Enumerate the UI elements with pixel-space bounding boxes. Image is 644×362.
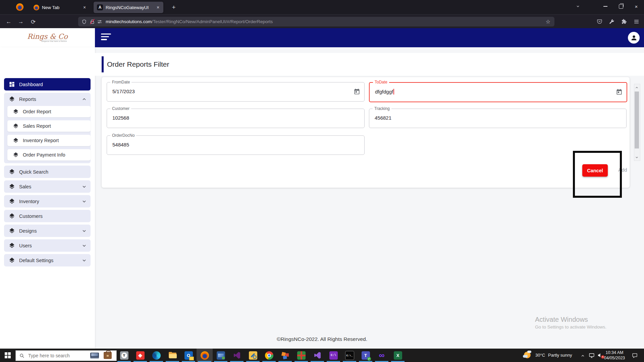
layers-icon — [13, 123, 19, 129]
tray-weather-text[interactable]: Partly sunny — [548, 353, 572, 358]
extensions-puzzle-icon[interactable] — [621, 19, 627, 24]
taskbar-app-clock[interactable]: Y — [116, 349, 132, 362]
tab-close-icon[interactable]: × — [81, 4, 88, 11]
sidebar-item-inventory[interactable]: Inventory — [4, 195, 91, 207]
taskbar-app-sdk-tool[interactable] — [245, 349, 261, 362]
app-menu-icon[interactable] — [634, 19, 639, 24]
tracking-field[interactable]: Tracking 456821 — [369, 109, 627, 128]
taskbar-app-teams[interactable]: T✓ — [358, 349, 374, 362]
taskbar-app-chrome[interactable] — [261, 349, 277, 362]
calendar-icon[interactable] — [616, 88, 623, 95]
tab-close-icon[interactable]: × — [155, 4, 161, 11]
taskbar-app-remote-desktop[interactable] — [213, 349, 229, 362]
tab-list-chevron-icon[interactable] — [570, 0, 586, 13]
tab-ringsnco[interactable]: A RingsNCoGatewayUI × — [94, 2, 163, 13]
start-button[interactable] — [0, 349, 15, 362]
sidebar-item-order-payment-info[interactable]: Order Payment Info — [7, 149, 91, 161]
sidebar: Dashboard Reports Order Report Sales Rep… — [0, 47, 95, 349]
calendar-icon[interactable] — [354, 88, 360, 95]
vertical-scrollbar[interactable] — [634, 84, 640, 161]
taskbar-app-visual-studio-2019[interactable] — [309, 349, 325, 362]
scrollbar-thumb[interactable] — [635, 92, 639, 148]
taskbar-app-powershell[interactable]: C:\ — [325, 349, 341, 362]
scroll-down-icon[interactable] — [634, 154, 639, 161]
permissions-sliders-icon[interactable] — [97, 19, 102, 24]
sidebar-item-users[interactable]: Users — [4, 239, 91, 252]
url-domain: mindtechsolutions.com — [106, 19, 152, 24]
text-caret — [393, 89, 394, 95]
taskbar-app-file-explorer[interactable] — [164, 349, 180, 362]
url-bar[interactable]: mindtechsolutions.com/Tester/RingNCo/New… — [78, 17, 554, 26]
chevron-down-icon — [81, 243, 87, 249]
brand-tagline: Elegance that lasts a lifetime — [42, 40, 67, 42]
todate-value: dfgfdggf — [375, 89, 393, 95]
todate-field[interactable]: ToDate dfgfdggf — [369, 82, 627, 102]
back-button[interactable]: ← — [4, 17, 13, 26]
taskbar-app-firefox[interactable] — [197, 349, 213, 362]
sidebar-item-default-settings[interactable]: Default Settings — [4, 254, 91, 266]
pocket-icon[interactable] — [597, 19, 602, 24]
tracking-protection-shield-icon[interactable] — [82, 19, 87, 24]
reload-button[interactable]: ⟳ — [29, 17, 38, 26]
taskbar-app-quick-assist[interactable]: ◈ — [132, 349, 148, 362]
chevron-down-icon — [81, 257, 87, 263]
taskbar-search[interactable] — [15, 350, 117, 361]
sidebar-item-reports[interactable]: Reports — [4, 93, 91, 105]
search-input[interactable] — [28, 353, 79, 359]
taskbar-app-command-prompt[interactable]: C:\_ — [341, 349, 358, 362]
browser-toolbar: ← → ⟳ mindtechsolutions.com/Tester/RingN… — [0, 14, 644, 28]
sidebar-item-quick-search[interactable]: Quick Search — [4, 166, 91, 178]
web-page: Rings & Co Elegance that lasts a lifetim… — [0, 28, 644, 349]
taskbar-app-dev-blocks[interactable] — [277, 349, 293, 362]
tray-temperature[interactable]: 30°C — [535, 353, 545, 358]
layers-icon — [9, 169, 15, 175]
firefox-tab-icon — [34, 5, 39, 10]
firefox-view-icon[interactable] — [16, 3, 23, 11]
hamburger-menu-icon[interactable] — [101, 34, 112, 42]
system-tray: 30°C Partly sunny ✕ 10:34 AM 04/05/2023 — [524, 349, 644, 362]
sidebar-item-dashboard[interactable]: Dashboard — [4, 78, 91, 90]
window-close-button[interactable]: × — [629, 0, 644, 13]
forward-button[interactable]: → — [16, 17, 25, 26]
scroll-up-icon[interactable] — [634, 84, 639, 91]
new-tab-button[interactable]: + — [169, 3, 178, 12]
tray-time: 10:34 AM — [606, 350, 624, 355]
network-icon[interactable] — [589, 352, 595, 358]
logo-panel: Rings & Co Elegance that lasts a lifetim… — [0, 28, 95, 47]
taskbar-app-dotnet[interactable]: ∞ — [374, 349, 390, 362]
fromdate-field[interactable]: FromDate 5/17/2023 — [107, 82, 365, 102]
customer-field[interactable]: Customer 102568 — [107, 109, 365, 128]
insecure-lock-icon[interactable] — [90, 19, 95, 24]
sidebar-item-customers[interactable]: Customers — [4, 210, 91, 222]
tray-clock[interactable]: 10:34 AM 04/05/2023 — [602, 350, 627, 361]
fromdate-value: 5/17/2023 — [112, 88, 135, 94]
tracking-value: 456821 — [375, 115, 391, 121]
tab-title: RingsNCoGatewayUI — [106, 5, 155, 10]
taskbar-app-gift[interactable] — [293, 349, 309, 362]
sidebar-item-designs[interactable]: Designs — [4, 225, 91, 237]
bookmark-star-icon[interactable]: ☆ — [546, 18, 550, 25]
user-avatar[interactable] — [628, 32, 640, 44]
orderdocno-field[interactable]: OrderDocNo 548485 — [107, 135, 365, 155]
taskbar-app-outlook[interactable]: O — [180, 349, 197, 362]
weather-icon[interactable] — [524, 349, 533, 362]
tray-expand-chevron-icon[interactable] — [580, 353, 585, 358]
layers-icon — [9, 242, 15, 249]
notification-center-icon[interactable] — [632, 353, 638, 358]
tab-new-tab[interactable]: New Tab × — [30, 2, 90, 13]
chevron-down-icon — [81, 198, 87, 204]
window-restore-button[interactable] — [613, 0, 629, 13]
taskbar-app-edge[interactable] — [148, 349, 164, 362]
search-highlight-laptop-image — [90, 353, 99, 359]
sidebar-item-order-report[interactable]: Order Report — [7, 106, 91, 117]
title-accent-bar — [102, 56, 104, 72]
layers-icon — [9, 183, 15, 190]
taskbar-app-visual-studio[interactable] — [229, 349, 245, 362]
taskbar-app-excel[interactable]: X — [390, 349, 406, 362]
sidebar-item-sales-report[interactable]: Sales Report — [7, 120, 91, 132]
layers-icon — [9, 96, 15, 102]
wrench-extension-icon[interactable] — [609, 19, 614, 24]
sidebar-item-inventory-report[interactable]: Inventory Report — [7, 135, 91, 146]
window-minimize-button[interactable] — [598, 0, 613, 13]
sidebar-item-sales[interactable]: Sales — [4, 180, 91, 193]
